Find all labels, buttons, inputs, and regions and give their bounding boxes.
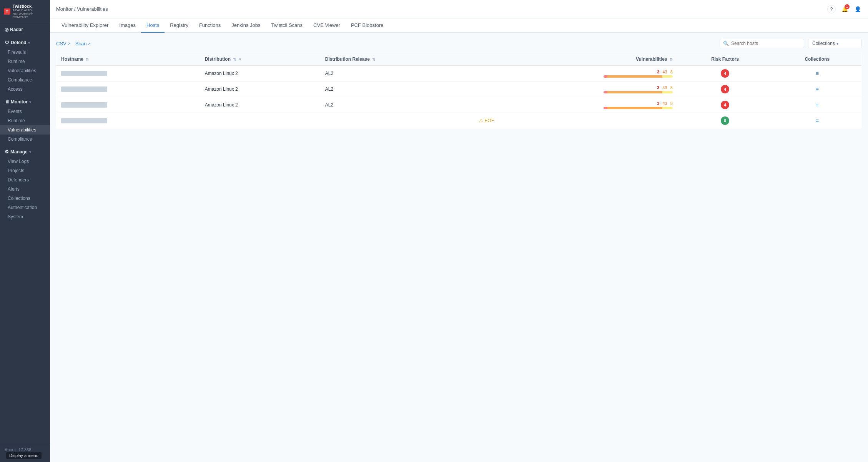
vuln-bar-high-2: [607, 107, 662, 109]
scan-link[interactable]: Scan ↗: [75, 41, 91, 47]
csv-link[interactable]: CSV ↗: [56, 41, 71, 47]
hosts-table: Hostname ⇅ Distribution ⇅ ▼ Distribution…: [56, 53, 862, 129]
vuln-bar-critical-2: [604, 107, 607, 109]
radar-label: Radar: [10, 27, 23, 32]
toolbar: CSV ↗ Scan ↗ 🔍 Collections ▾: [56, 39, 862, 48]
vuln-cell-1: 3 43 8: [479, 85, 673, 93]
collections-icon-0[interactable]: ≡: [816, 70, 819, 76]
cell-risk-factors-1: 4: [677, 81, 773, 97]
tab-pcf-blobstore[interactable]: PCF Blobstore: [346, 18, 389, 33]
user-icon[interactable]: 👤: [853, 5, 862, 13]
sidebar-item-compliance-defend[interactable]: Compliance: [0, 75, 50, 85]
risk-badge-2: 4: [721, 101, 729, 109]
col-distribution-release: Distribution Release ⇅: [321, 53, 474, 66]
table-row[interactable]: ██████████Amazon Linux 2AL2 3 43 8 4≡: [57, 66, 862, 81]
sidebar-item-runtime-defend[interactable]: Runtime: [0, 57, 50, 66]
vulnerabilities-sort-icon[interactable]: ⇅: [670, 57, 673, 61]
cell-risk-factors-3: 0: [677, 113, 773, 129]
sidebar-item-defenders[interactable]: Defenders: [0, 175, 50, 184]
vuln-cell-2: 3 43 8: [479, 101, 673, 109]
sidebar-item-compliance-monitor[interactable]: Compliance: [0, 135, 50, 144]
sidebar-item-collections[interactable]: Collections: [0, 194, 50, 203]
notifications-icon[interactable]: 🔔 1: [840, 5, 849, 13]
vuln-bar-medium-0: [662, 75, 673, 78]
vuln-critical-2: 3: [657, 101, 659, 106]
collections-dropdown[interactable]: Collections ▾: [808, 39, 862, 48]
version-text: 17.358: [18, 447, 32, 452]
tab-images[interactable]: Images: [114, 18, 141, 33]
tab-cve-viewer[interactable]: CVE Viewer: [308, 18, 346, 33]
cell-collections-2[interactable]: ≡: [773, 97, 862, 113]
distribution-sort-icon[interactable]: ⇅: [233, 57, 236, 61]
sidebar-nav-defend[interactable]: 🛡 Defend ▾: [0, 38, 50, 48]
sidebar-item-alerts[interactable]: Alerts: [0, 184, 50, 194]
sidebar-item-vulnerabilities-monitor[interactable]: Vulnerabilities: [0, 125, 50, 135]
cell-risk-factors-2: 4: [677, 97, 773, 113]
toolbar-right: 🔍 Collections ▾: [720, 39, 862, 48]
table-row[interactable]: ██████████Amazon Linux 2AL2 3 43 8 4≡: [57, 97, 862, 113]
sidebar-logo: T Twistlock A PALO ALTO NETWORKS® COMPAN…: [0, 0, 50, 22]
breadcrumb: Monitor / Vulnerabilities: [56, 6, 108, 12]
tab-hosts[interactable]: Hosts: [141, 18, 165, 33]
table-row[interactable]: ██████████Amazon Linux 2AL2 3 43 8 4≡: [57, 81, 862, 97]
main-content: Monitor / Vulnerabilities ? 🔔 1 👤 Vulner…: [50, 0, 868, 462]
sidebar-item-firewalls[interactable]: Firewalls: [0, 48, 50, 57]
sidebar-item-access[interactable]: Access: [0, 85, 50, 94]
scan-icon: ↗: [88, 42, 91, 46]
vuln-high-0: 43: [662, 70, 667, 74]
table-row[interactable]: ██████████⚠EOF0≡: [57, 113, 862, 129]
hostname-blurred-1: ██████████: [61, 86, 107, 92]
table-body: ██████████Amazon Linux 2AL2 3 43 8 4≡███…: [57, 66, 862, 129]
collections-icon-1[interactable]: ≡: [816, 86, 819, 92]
cell-distribution-release-2: AL2: [321, 97, 474, 113]
logo-sub: A PALO ALTO NETWORKS® COMPANY: [13, 8, 46, 19]
sidebar-item-events[interactable]: Events: [0, 107, 50, 116]
tab-twistcli-scans[interactable]: Twistcli Scans: [266, 18, 308, 33]
vuln-numbers-1: 3 43 8: [479, 85, 673, 90]
help-icon[interactable]: ?: [827, 5, 836, 13]
sidebar-item-runtime-monitor[interactable]: Runtime: [0, 116, 50, 125]
tab-jenkins-jobs[interactable]: Jenkins Jobs: [226, 18, 266, 33]
chevron-defend-icon: ▾: [28, 41, 30, 45]
sidebar-item-view-logs[interactable]: View Logs: [0, 157, 50, 166]
hostname-blurred-2: ██████████: [61, 102, 107, 108]
sidebar-item-authentication[interactable]: Authentication: [0, 203, 50, 212]
vuln-numbers-2: 3 43 8: [479, 101, 673, 106]
cell-collections-1[interactable]: ≡: [773, 81, 862, 97]
cell-distribution-release-3: [321, 113, 474, 129]
vuln-medium-1: 8: [670, 85, 673, 90]
eof-badge-3: ⚠EOF: [479, 118, 673, 123]
search-box[interactable]: 🔍: [720, 39, 804, 48]
cell-distribution-release-1: AL2: [321, 81, 474, 97]
vuln-bar-2: [604, 107, 673, 109]
cell-collections-0[interactable]: ≡: [773, 66, 862, 81]
hostname-sort-icon[interactable]: ⇅: [86, 57, 89, 61]
cell-collections-3[interactable]: ≡: [773, 113, 862, 129]
sidebar-item-vulnerabilities-defend[interactable]: Vulnerabilities: [0, 66, 50, 75]
cell-hostname-2: ██████████: [57, 97, 200, 113]
sidebar-nav-manage[interactable]: ⚙ Manage ▾: [0, 147, 50, 157]
vuln-cell-0: 3 43 8: [479, 70, 673, 78]
search-input[interactable]: [731, 41, 801, 46]
sidebar-item-system[interactable]: System: [0, 212, 50, 221]
cell-distribution-0: Amazon Linux 2: [200, 66, 321, 81]
sidebar-nav-monitor[interactable]: 🖥 Monitor ▾: [0, 97, 50, 107]
notification-badge: 1: [845, 4, 850, 9]
distribution-filter-icon[interactable]: ▼: [238, 57, 242, 61]
sidebar-section-defend: 🛡 Defend ▾ Firewalls Runtime Vulnerabili…: [0, 35, 50, 95]
sidebar-item-projects[interactable]: Projects: [0, 166, 50, 175]
distribution-release-sort-icon[interactable]: ⇅: [372, 57, 375, 61]
tab-functions[interactable]: Functions: [194, 18, 226, 33]
collections-icon-2[interactable]: ≡: [816, 102, 819, 108]
about-link[interactable]: About: [5, 447, 16, 452]
tab-registry[interactable]: Registry: [165, 18, 194, 33]
chevron-manage-icon: ▾: [29, 150, 31, 154]
vuln-medium-0: 8: [670, 70, 673, 74]
table-header-row: Hostname ⇅ Distribution ⇅ ▼ Distribution…: [57, 53, 862, 66]
chevron-monitor-icon: ▾: [29, 100, 31, 104]
vuln-bar-critical-1: [604, 91, 607, 93]
sidebar-nav-radar[interactable]: ◎ Radar: [0, 25, 50, 35]
cell-risk-factors-0: 4: [677, 66, 773, 81]
tab-vulnerability-explorer[interactable]: Vulnerability Explorer: [56, 18, 114, 33]
collections-icon-3[interactable]: ≡: [816, 118, 819, 124]
